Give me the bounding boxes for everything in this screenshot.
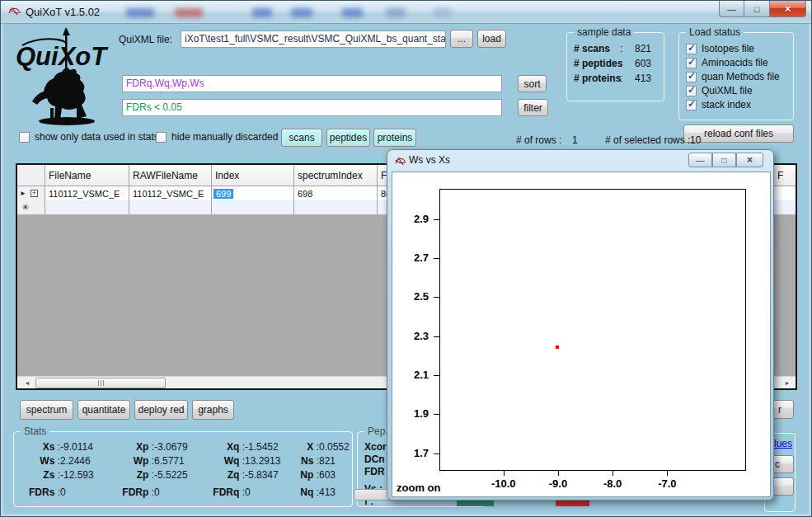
x-axis-tick (667, 470, 668, 476)
plot-maximize-button[interactable]: □ (712, 153, 736, 167)
plot-minimize-button[interactable]: — (688, 153, 712, 167)
column-header-f[interactable]: F (774, 165, 796, 186)
zoom-status-label: zoom on (397, 482, 440, 494)
stats-title: Stats (21, 425, 49, 437)
y-axis-tick (434, 414, 440, 415)
y-axis-tick (434, 219, 440, 220)
scroll-left-button[interactable]: ◄ (21, 378, 34, 388)
aminoacids-file-checkbox[interactable]: ✓ (686, 58, 697, 68)
rows-count-value: 1 (572, 134, 578, 146)
graphs-button[interactable]: graphs (192, 400, 234, 420)
proteins-colon: : (620, 73, 622, 84)
load-button[interactable]: load (477, 30, 506, 48)
quixml-file-label: QuiXML file (702, 85, 753, 96)
quan-methods-file-label: quan Methods file (702, 71, 780, 82)
x-axis-tick-label: -10.0 (491, 477, 516, 490)
title-bar[interactable]: QuiXoT v1.5.02 — □ × (1, 1, 811, 24)
blurred-tab (291, 8, 312, 17)
scrollbar-thumb[interactable] (35, 378, 166, 388)
plot-area[interactable]: -10.0-9.0-8.0-7.02.92.72.52.32.11.91.7 (439, 189, 746, 471)
column-header-rawfilename[interactable]: RAWFileName (129, 165, 212, 186)
scroll-right-button[interactable]: ► (781, 378, 794, 388)
scans-count-label: # scans (574, 43, 610, 54)
new-row-selector-cell[interactable]: ✳ (17, 200, 45, 214)
empty-cell[interactable] (212, 200, 294, 214)
proteins-count-value: 413 (635, 73, 651, 84)
row-selector-cell[interactable]: ► + (17, 186, 45, 200)
cell-spectrumindex[interactable]: 698 (294, 186, 378, 200)
column-header-filename[interactable]: FileName (45, 165, 129, 186)
blurred-tab (434, 8, 452, 17)
hide-discarded-checkbox[interactable] (156, 132, 167, 143)
stack-index-checkbox[interactable]: ✓ (686, 100, 697, 110)
browse-button[interactable]: ... (450, 30, 473, 48)
selected-rows-value: 10 (690, 134, 701, 146)
quixml-file-checkbox[interactable]: ✓ (686, 86, 697, 96)
minimize-button[interactable]: — (719, 1, 744, 17)
scans-view-button[interactable]: scans (281, 129, 322, 147)
values-link-partial[interactable]: lues (774, 438, 792, 449)
y-axis-tick-label: 1.7 (414, 447, 429, 459)
y-axis-tick (434, 454, 440, 454)
selected-rows-label: # of selected rows : (605, 134, 690, 146)
y-axis-tick (434, 375, 440, 376)
show-only-stats-checkbox[interactable] (19, 132, 30, 143)
column-header-spectrumindex[interactable]: spectrumIndex (294, 165, 378, 186)
peptides-count-value: 603 (635, 58, 651, 69)
scans-count-value: 821 (635, 43, 651, 54)
y-axis-tick (434, 336, 440, 337)
sort-input[interactable]: FDRq,Wq,Wp,Ws (122, 75, 502, 92)
filter-input[interactable]: FDRs < 0.05 (122, 99, 502, 116)
cell-f[interactable] (774, 186, 796, 200)
load-status-title: Load status (686, 26, 744, 38)
plot-window-icon (395, 155, 406, 165)
cell-rawfilename[interactable]: 110112_VSMC_E (129, 186, 212, 200)
peptides-count-label: # peptides (574, 58, 622, 69)
plot-canvas[interactable]: -10.0-9.0-8.0-7.02.92.72.52.32.11.91.7 z… (392, 172, 771, 497)
maximize-button[interactable]: □ (744, 1, 769, 17)
empty-cell[interactable] (129, 200, 212, 214)
window-title: QuiXoT v1.5.02 (26, 6, 100, 18)
plot-close-button[interactable]: × (736, 153, 763, 167)
data-point (556, 345, 559, 349)
ws-vs-xs-window[interactable]: Ws vs Xs — □ × -10.0-9.0-8.0-7.02.92.72.… (387, 149, 774, 501)
peptides-colon: : (620, 58, 622, 69)
x-axis-tick-label: -7.0 (658, 477, 676, 490)
y-axis-tick (434, 258, 440, 259)
y-axis-tick-label: 1.9 (414, 407, 429, 420)
blurred-tab (126, 8, 154, 17)
app-icon (8, 6, 21, 17)
y-axis-tick (434, 297, 440, 298)
quantitate-button[interactable]: quantitate (77, 400, 130, 420)
sort-button[interactable]: sort (518, 75, 547, 92)
spectrum-button[interactable]: spectrum (20, 400, 73, 420)
plot-window-title-bar[interactable]: Ws vs Xs — □ × (387, 150, 773, 171)
peptides-view-button[interactable]: peptides (326, 129, 370, 147)
quixml-file-label: QuiXML file: (119, 34, 172, 45)
aminoacids-file-label: Aminoacids file (702, 57, 768, 68)
empty-cell[interactable] (774, 200, 796, 214)
rows-count-label: # of rows : (516, 134, 561, 146)
column-header-index[interactable]: Index (212, 165, 294, 186)
scans-colon: : (620, 43, 622, 54)
load-status-group: Load status ✓ Isotopes file ✓ Aminoacids… (678, 32, 794, 120)
cell-index-selected[interactable]: 699 (212, 186, 294, 200)
y-axis-tick-label: 2.9 (414, 212, 429, 224)
expand-row-icon[interactable]: + (31, 190, 38, 197)
cell-filename[interactable]: 110112_VSMC_E (45, 186, 129, 200)
quixml-file-input[interactable]: iXoT\test1_full\VSMC_result\VSMC_QuiXML_… (181, 31, 446, 48)
quan-methods-file-checkbox[interactable]: ✓ (686, 72, 697, 82)
isotopes-file-checkbox[interactable]: ✓ (686, 44, 697, 54)
grid-corner-cell[interactable] (17, 165, 45, 186)
y-axis-tick-label: 2.7 (414, 251, 429, 264)
deploy-red-button[interactable]: deploy red (134, 400, 188, 420)
check-icon: ✓ (688, 84, 696, 96)
empty-cell[interactable] (45, 200, 129, 214)
proteins-view-button[interactable]: proteins (373, 129, 416, 147)
close-button[interactable]: × (769, 1, 806, 17)
filter-button[interactable]: filter (518, 99, 548, 116)
maximize-icon: □ (754, 4, 760, 14)
check-icon: ✓ (688, 56, 696, 68)
empty-cell[interactable] (294, 200, 378, 214)
isotopes-file-label: Isotopes file (702, 43, 754, 54)
